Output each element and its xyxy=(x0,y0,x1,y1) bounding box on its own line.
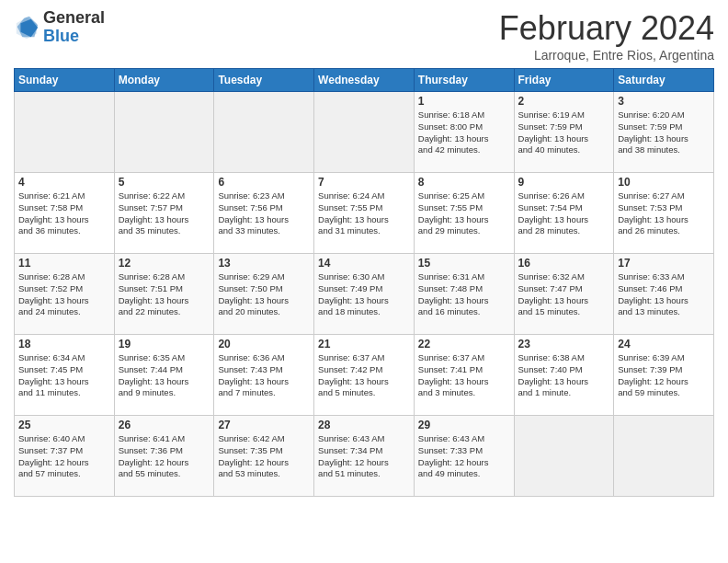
day-number: 8 xyxy=(418,176,510,189)
day-info: Sunrise: 6:43 AM Sunset: 7:33 PM Dayligh… xyxy=(418,433,510,480)
day-info: Sunrise: 6:35 AM Sunset: 7:44 PM Dayligh… xyxy=(119,352,210,399)
day-info: Sunrise: 6:33 AM Sunset: 7:46 PM Dayligh… xyxy=(618,271,710,318)
day-info: Sunrise: 6:32 AM Sunset: 7:47 PM Dayligh… xyxy=(518,271,610,318)
calendar-cell xyxy=(514,416,614,497)
calendar-cell: 17Sunrise: 6:33 AM Sunset: 7:46 PM Dayli… xyxy=(614,254,714,335)
day-number: 1 xyxy=(418,95,510,108)
day-number: 13 xyxy=(218,257,310,270)
day-number: 24 xyxy=(618,338,710,350)
calendar-cell: 24Sunrise: 6:39 AM Sunset: 7:39 PM Dayli… xyxy=(614,335,714,416)
calendar-cell: 3Sunrise: 6:20 AM Sunset: 7:59 PM Daylig… xyxy=(614,92,714,173)
day-number: 27 xyxy=(218,419,310,431)
day-info: Sunrise: 6:19 AM Sunset: 7:59 PM Dayligh… xyxy=(518,109,610,156)
day-number: 15 xyxy=(418,257,510,270)
day-number: 26 xyxy=(119,419,210,431)
day-number: 18 xyxy=(18,338,110,350)
calendar-cell: 22Sunrise: 6:37 AM Sunset: 7:41 PM Dayli… xyxy=(414,335,514,416)
calendar-cell: 12Sunrise: 6:28 AM Sunset: 7:51 PM Dayli… xyxy=(114,254,214,335)
day-number: 10 xyxy=(618,176,710,189)
day-number: 21 xyxy=(318,338,410,350)
day-number: 7 xyxy=(318,176,410,189)
calendar-table: SundayMondayTuesdayWednesdayThursdayFrid… xyxy=(14,68,714,497)
day-info: Sunrise: 6:41 AM Sunset: 7:36 PM Dayligh… xyxy=(119,433,210,480)
calendar-title: February 2024 xyxy=(499,9,714,48)
calendar-header: General Blue February 2024 Larroque, Ent… xyxy=(14,9,714,63)
day-info: Sunrise: 6:37 AM Sunset: 7:42 PM Dayligh… xyxy=(318,352,410,399)
title-block: February 2024 Larroque, Entre Rios, Arge… xyxy=(499,9,714,63)
calendar-cell: 4Sunrise: 6:21 AM Sunset: 7:58 PM Daylig… xyxy=(15,173,115,254)
calendar-cell: 23Sunrise: 6:38 AM Sunset: 7:40 PM Dayli… xyxy=(514,335,614,416)
calendar-week-row: 11Sunrise: 6:28 AM Sunset: 7:52 PM Dayli… xyxy=(15,254,714,335)
weekday-header: Thursday xyxy=(414,69,514,92)
day-info: Sunrise: 6:30 AM Sunset: 7:49 PM Dayligh… xyxy=(318,271,410,318)
calendar-cell xyxy=(214,92,314,173)
day-info: Sunrise: 6:22 AM Sunset: 7:57 PM Dayligh… xyxy=(119,190,210,237)
day-info: Sunrise: 6:25 AM Sunset: 7:55 PM Dayligh… xyxy=(418,190,510,237)
calendar-cell: 9Sunrise: 6:26 AM Sunset: 7:54 PM Daylig… xyxy=(514,173,614,254)
calendar-cell: 7Sunrise: 6:24 AM Sunset: 7:55 PM Daylig… xyxy=(314,173,415,254)
weekday-header: Friday xyxy=(514,69,614,92)
logo-icon xyxy=(14,15,40,40)
day-number: 28 xyxy=(318,419,410,431)
day-number: 2 xyxy=(518,95,610,108)
day-number: 5 xyxy=(119,176,210,189)
weekday-header: Tuesday xyxy=(214,69,314,92)
calendar-cell: 26Sunrise: 6:41 AM Sunset: 7:36 PM Dayli… xyxy=(114,416,214,497)
day-number: 25 xyxy=(18,419,110,431)
day-info: Sunrise: 6:34 AM Sunset: 7:45 PM Dayligh… xyxy=(18,352,110,399)
day-number: 3 xyxy=(618,95,710,108)
day-number: 20 xyxy=(218,338,310,350)
day-number: 29 xyxy=(418,419,510,431)
day-info: Sunrise: 6:23 AM Sunset: 7:56 PM Dayligh… xyxy=(218,190,310,237)
day-info: Sunrise: 6:31 AM Sunset: 7:48 PM Dayligh… xyxy=(418,271,510,318)
calendar-cell: 14Sunrise: 6:30 AM Sunset: 7:49 PM Dayli… xyxy=(314,254,415,335)
calendar-cell: 16Sunrise: 6:32 AM Sunset: 7:47 PM Dayli… xyxy=(514,254,614,335)
day-number: 9 xyxy=(518,176,610,189)
calendar-cell: 20Sunrise: 6:36 AM Sunset: 7:43 PM Dayli… xyxy=(214,335,314,416)
calendar-cell: 5Sunrise: 6:22 AM Sunset: 7:57 PM Daylig… xyxy=(114,173,214,254)
calendar-cell: 27Sunrise: 6:42 AM Sunset: 7:35 PM Dayli… xyxy=(214,416,314,497)
calendar-cell: 6Sunrise: 6:23 AM Sunset: 7:56 PM Daylig… xyxy=(214,173,314,254)
logo-general: General xyxy=(43,8,105,27)
day-number: 19 xyxy=(119,338,210,350)
day-info: Sunrise: 6:27 AM Sunset: 7:53 PM Dayligh… xyxy=(618,190,710,237)
logo-blue: Blue xyxy=(43,27,79,45)
weekday-header-row: SundayMondayTuesdayWednesdayThursdayFrid… xyxy=(15,69,714,92)
calendar-cell: 29Sunrise: 6:43 AM Sunset: 7:33 PM Dayli… xyxy=(414,416,514,497)
calendar-cell: 8Sunrise: 6:25 AM Sunset: 7:55 PM Daylig… xyxy=(414,173,514,254)
weekday-header: Saturday xyxy=(614,69,714,92)
day-number: 16 xyxy=(518,257,610,270)
calendar-cell: 18Sunrise: 6:34 AM Sunset: 7:45 PM Dayli… xyxy=(15,335,115,416)
calendar-cell: 21Sunrise: 6:37 AM Sunset: 7:42 PM Dayli… xyxy=(314,335,415,416)
day-number: 12 xyxy=(119,257,210,270)
calendar-week-row: 4Sunrise: 6:21 AM Sunset: 7:58 PM Daylig… xyxy=(15,173,714,254)
calendar-cell: 2Sunrise: 6:19 AM Sunset: 7:59 PM Daylig… xyxy=(514,92,614,173)
day-info: Sunrise: 6:24 AM Sunset: 7:55 PM Dayligh… xyxy=(318,190,410,237)
day-number: 6 xyxy=(218,176,310,189)
calendar-cell: 10Sunrise: 6:27 AM Sunset: 7:53 PM Dayli… xyxy=(614,173,714,254)
calendar-cell xyxy=(314,92,415,173)
weekday-header: Wednesday xyxy=(314,69,415,92)
day-info: Sunrise: 6:18 AM Sunset: 8:00 PM Dayligh… xyxy=(418,109,510,156)
calendar-cell: 15Sunrise: 6:31 AM Sunset: 7:48 PM Dayli… xyxy=(414,254,514,335)
day-info: Sunrise: 6:21 AM Sunset: 7:58 PM Dayligh… xyxy=(18,190,110,237)
day-info: Sunrise: 6:43 AM Sunset: 7:34 PM Dayligh… xyxy=(318,433,410,480)
day-number: 17 xyxy=(618,257,710,270)
logo: General Blue xyxy=(14,9,105,46)
day-number: 11 xyxy=(18,257,110,270)
calendar-week-row: 25Sunrise: 6:40 AM Sunset: 7:37 PM Dayli… xyxy=(15,416,714,497)
day-number: 22 xyxy=(418,338,510,350)
weekday-header: Monday xyxy=(114,69,214,92)
day-info: Sunrise: 6:26 AM Sunset: 7:54 PM Dayligh… xyxy=(518,190,610,237)
day-info: Sunrise: 6:28 AM Sunset: 7:51 PM Dayligh… xyxy=(119,271,210,318)
weekday-header: Sunday xyxy=(15,69,115,92)
day-info: Sunrise: 6:28 AM Sunset: 7:52 PM Dayligh… xyxy=(18,271,110,318)
calendar-cell: 19Sunrise: 6:35 AM Sunset: 7:44 PM Dayli… xyxy=(114,335,214,416)
day-info: Sunrise: 6:42 AM Sunset: 7:35 PM Dayligh… xyxy=(218,433,310,480)
calendar-week-row: 1Sunrise: 6:18 AM Sunset: 8:00 PM Daylig… xyxy=(15,92,714,173)
day-info: Sunrise: 6:37 AM Sunset: 7:41 PM Dayligh… xyxy=(418,352,510,399)
day-number: 4 xyxy=(18,176,110,189)
day-number: 23 xyxy=(518,338,610,350)
day-number: 14 xyxy=(318,257,410,270)
calendar-cell: 13Sunrise: 6:29 AM Sunset: 7:50 PM Dayli… xyxy=(214,254,314,335)
